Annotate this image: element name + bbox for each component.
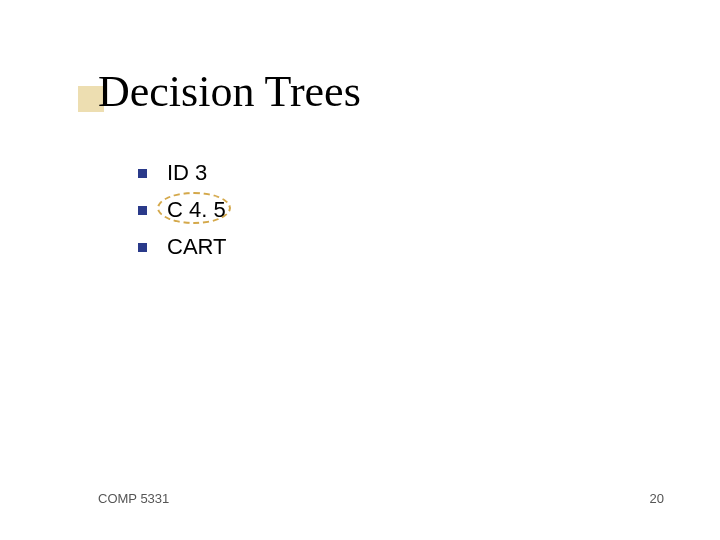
list-item: C 4. 5 (138, 197, 227, 223)
list-item: ID 3 (138, 160, 227, 186)
list-item: CART (138, 234, 227, 260)
bullet-text: C 4. 5 (167, 197, 226, 223)
bullet-text: ID 3 (167, 160, 207, 186)
footer-page-number: 20 (650, 491, 664, 506)
slide-title-block: Decision Trees (98, 66, 361, 117)
bullet-icon (138, 243, 147, 252)
footer-course-code: COMP 5331 (98, 491, 169, 506)
bullet-list: ID 3 C 4. 5 CART (138, 160, 227, 271)
bullet-text: CART (167, 234, 227, 260)
bullet-icon (138, 169, 147, 178)
slide-title: Decision Trees (98, 66, 361, 117)
bullet-icon (138, 206, 147, 215)
